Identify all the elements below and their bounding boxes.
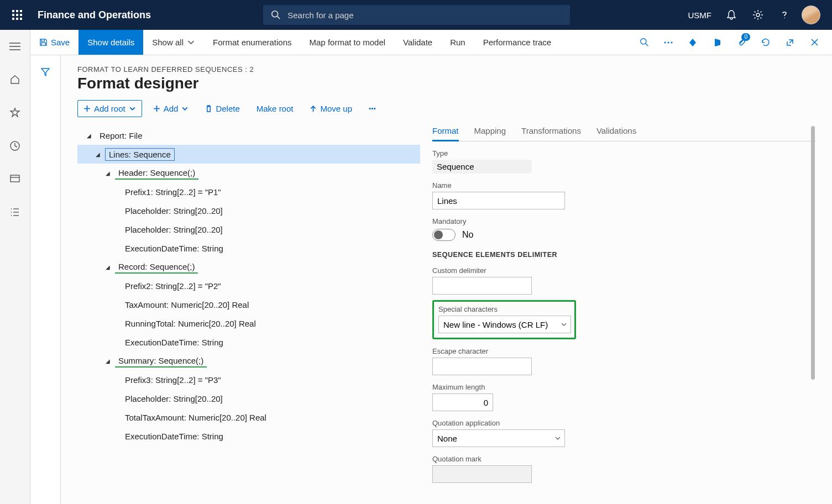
close-button[interactable] — [804, 30, 824, 55]
svg-line-25 — [646, 44, 648, 46]
global-search[interactable]: Search for a page — [263, 5, 570, 25]
search-icon — [640, 38, 649, 47]
svg-rect-4 — [16, 14, 18, 16]
validate-label: Validate — [403, 38, 432, 47]
close-icon — [810, 38, 819, 46]
svg-rect-7 — [16, 18, 18, 20]
attachment-badge: 0 — [741, 33, 750, 41]
action-bar: Save Show details Show all Format enumer… — [0, 30, 832, 55]
attachments-button[interactable]: 0 — [731, 30, 751, 55]
office-button[interactable] — [707, 30, 727, 55]
format-enum-label: Format enumerations — [213, 38, 292, 47]
svg-rect-5 — [20, 14, 22, 16]
save-label: Save — [51, 38, 70, 47]
top-header: Finance and Operations Search for a page… — [0, 0, 832, 30]
run-button[interactable]: Run — [441, 30, 474, 55]
show-all-label: Show all — [152, 38, 184, 47]
svg-point-9 — [272, 11, 278, 17]
more-button[interactable] — [658, 30, 678, 55]
gear-icon — [752, 9, 763, 20]
popout-icon — [786, 38, 794, 47]
svg-point-28 — [671, 41, 672, 43]
company-label[interactable]: USMF — [683, 11, 718, 20]
question-icon — [779, 10, 789, 20]
save-icon — [39, 38, 48, 46]
performance-trace-button[interactable]: Performance trace — [474, 30, 560, 55]
svg-point-24 — [640, 39, 646, 44]
svg-point-11 — [756, 13, 760, 17]
user-avatar[interactable] — [799, 0, 823, 30]
svg-rect-0 — [12, 10, 14, 12]
svg-line-10 — [278, 17, 280, 19]
search-placeholder: Search for a page — [287, 11, 353, 20]
office-icon — [712, 38, 722, 48]
svg-rect-6 — [12, 18, 14, 20]
show-details-label: Show details — [87, 38, 134, 47]
chevron-down-icon — [187, 38, 195, 46]
map-format-button[interactable]: Map format to model — [301, 30, 395, 55]
action-search-button[interactable] — [634, 30, 654, 55]
svg-rect-8 — [20, 18, 22, 20]
svg-rect-3 — [12, 14, 14, 16]
trace-parser-button[interactable] — [683, 30, 703, 55]
svg-rect-2 — [20, 10, 22, 12]
hamburger-icon — [9, 42, 20, 51]
left-nav-rail — [0, 30, 30, 55]
refresh-icon — [761, 38, 771, 48]
help-button[interactable] — [772, 0, 797, 30]
map-format-label: Map format to model — [310, 38, 386, 47]
refresh-button[interactable] — [756, 30, 776, 55]
app-title: Finance and Operations — [30, 9, 151, 21]
show-all-button[interactable]: Show all — [143, 30, 204, 55]
format-enumerations-button[interactable]: Format enumerations — [204, 30, 301, 55]
diamond-icon — [688, 38, 698, 48]
search-icon — [271, 10, 281, 20]
popout-button[interactable] — [780, 30, 800, 55]
ellipsis-icon — [663, 41, 673, 44]
app-launcher-button[interactable] — [4, 0, 30, 30]
hamburger-button[interactable] — [4, 35, 26, 55]
svg-rect-1 — [16, 10, 18, 12]
settings-button[interactable] — [746, 0, 770, 30]
notifications-button[interactable] — [719, 0, 744, 30]
save-button[interactable]: Save — [30, 30, 79, 55]
svg-point-26 — [664, 41, 666, 43]
avatar-icon — [802, 6, 820, 24]
show-details-button[interactable]: Show details — [79, 30, 143, 55]
validate-button[interactable]: Validate — [394, 30, 441, 55]
svg-point-27 — [667, 41, 669, 43]
perf-trace-label: Performance trace — [483, 38, 551, 47]
bell-icon — [726, 9, 737, 20]
run-label: Run — [450, 38, 465, 47]
